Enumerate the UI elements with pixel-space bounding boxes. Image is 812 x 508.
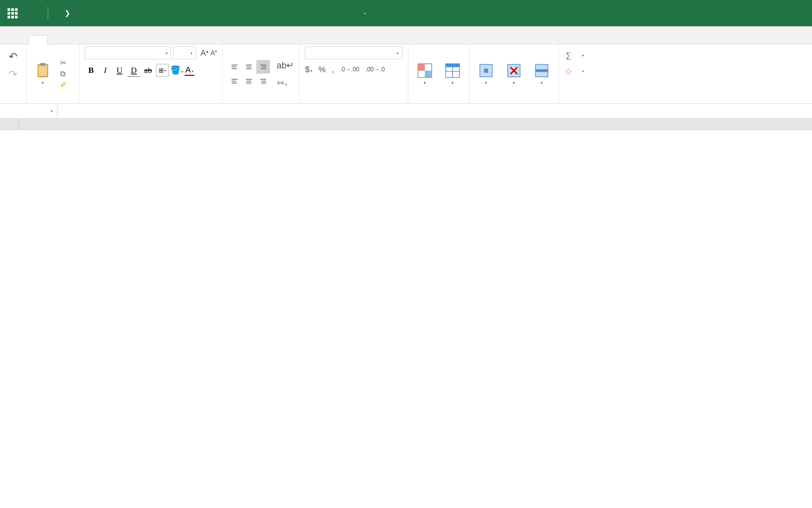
spreadsheet-grid[interactable] (0, 119, 812, 130)
fill-color-button[interactable]: 🪣▾ (170, 65, 183, 75)
copy-icon: ⧉ (60, 70, 68, 78)
merge-button[interactable]: ⇿▾ (277, 77, 294, 88)
name-box[interactable]: ▾ (0, 104, 58, 118)
select-all-corner[interactable] (0, 119, 19, 130)
tab-insert[interactable] (47, 36, 65, 44)
paste-icon (35, 62, 51, 79)
align-top-left[interactable] (228, 60, 241, 74)
group-tables: ▾ ▾ (408, 44, 470, 103)
undo-button[interactable]: ↶ (9, 50, 17, 63)
underline-button[interactable]: U (113, 64, 126, 77)
align-bottom-right[interactable] (256, 74, 270, 88)
svg-rect-15 (536, 69, 548, 72)
paste-button[interactable]: ▾ (32, 61, 54, 87)
tab-home[interactable] (29, 35, 47, 44)
copy-button[interactable]: ⧉ (59, 69, 74, 79)
title-bar: ❯ - (0, 0, 812, 26)
tell-me-search[interactable] (160, 36, 178, 44)
strikethrough-button[interactable]: ab (142, 64, 155, 77)
app-launcher-icon[interactable] (8, 8, 18, 18)
breadcrumb[interactable]: ❯ (59, 9, 76, 17)
insert-cells-button[interactable]: ▾ (475, 61, 497, 87)
document-title-area: - (357, 8, 373, 18)
alignment-grid (228, 60, 270, 88)
tab-view[interactable] (102, 36, 120, 44)
group-label-tables (414, 101, 464, 102)
group-label-alignment (228, 101, 294, 102)
decrease-decimal-button[interactable]: .00→.0 (365, 66, 385, 73)
percent-button[interactable]: % (318, 65, 326, 74)
eraser-icon: ◇ (565, 67, 574, 76)
italic-button[interactable]: I (99, 64, 112, 77)
caret-down-icon: ▾ (191, 51, 192, 55)
format-painter-button[interactable]: ✐ (59, 80, 74, 90)
align-top-center[interactable] (242, 60, 256, 74)
format-as-table-button[interactable]: ▾ (441, 61, 464, 87)
tab-data[interactable] (65, 36, 83, 44)
caret-down-icon: ▾ (166, 51, 168, 55)
group-undo: ↶ ↷ (0, 44, 26, 103)
svg-rect-4 (425, 71, 432, 77)
group-label-number (305, 101, 403, 102)
conditional-formatting-button[interactable]: ▾ (414, 61, 436, 87)
tab-file[interactable] (11, 36, 29, 44)
table-icon (444, 62, 461, 79)
svg-rect-3 (418, 64, 425, 71)
align-top-right[interactable] (256, 60, 270, 74)
comma-button[interactable]: , (332, 65, 334, 74)
cond-fmt-icon (417, 62, 433, 79)
divider (48, 6, 48, 20)
ribbon: ↶ ↷ ▾ ✂ ⧉ ✐ ▾ ▾ A▴ A▾ (0, 44, 812, 104)
font-name-select[interactable]: ▾ (85, 47, 171, 59)
formula-bar: ▾ (0, 104, 812, 119)
caret-down-icon: ▾ (42, 80, 44, 85)
open-in-excel[interactable] (201, 36, 219, 44)
double-underline-button[interactable]: D (127, 64, 140, 77)
increase-decimal-button[interactable]: .0→.00 (340, 66, 359, 73)
group-label-font (85, 101, 217, 102)
scissors-icon: ✂ (60, 58, 68, 67)
tab-help[interactable] (120, 36, 138, 44)
delete-cells-button[interactable]: ▾ (503, 61, 525, 87)
caret-down-icon: ▾ (51, 109, 53, 113)
column-headers (0, 119, 812, 130)
dash: - (364, 8, 366, 18)
svg-rect-1 (40, 63, 46, 66)
svg-rect-0 (38, 65, 48, 77)
align-bottom-left[interactable] (228, 74, 241, 88)
group-cells: ▾ ▾ ▾ (470, 44, 559, 103)
insert-icon (478, 62, 494, 79)
format-cells-button[interactable]: ▾ (530, 61, 553, 87)
font-size-select[interactable]: ▾ (173, 47, 196, 59)
clear-button[interactable]: ◇▾ (564, 66, 585, 76)
group-label-editing (564, 101, 585, 102)
wrap-text-button[interactable]: ab↵ (277, 60, 294, 71)
number-format-select[interactable]: ▾ (305, 47, 403, 59)
ribbon-tabs (0, 26, 812, 44)
group-font: ▾ ▾ A▴ A▾ B I U D ab ⊞▾ 🪣▾ A▾ (79, 44, 223, 103)
sigma-icon: ∑ (565, 51, 574, 60)
tab-review[interactable] (83, 36, 102, 44)
align-bottom-center[interactable] (242, 74, 256, 88)
delete-icon (506, 62, 522, 79)
autosum-button[interactable]: ∑▾ (564, 50, 585, 60)
brush-icon: ✐ (60, 80, 68, 89)
decrease-font-button[interactable]: A▾ (211, 49, 217, 57)
cut-button[interactable]: ✂ (59, 57, 74, 68)
group-editing: ∑▾ ◇▾ (559, 44, 591, 103)
border-button[interactable]: ⊞▾ (156, 64, 169, 77)
group-label-clipboard (32, 101, 74, 102)
group-alignment: ab↵ ⇿▾ (223, 44, 300, 103)
font-color-button[interactable]: A▾ (185, 65, 194, 76)
group-label-undo (5, 101, 21, 102)
increase-font-button[interactable]: A▴ (200, 48, 208, 58)
caret-down-icon: ▾ (397, 51, 398, 55)
redo-button[interactable]: ↷ (9, 68, 17, 80)
currency-button[interactable]: $▾ (305, 65, 312, 74)
svg-rect-10 (484, 69, 488, 73)
group-number: ▾ $▾ % , .0→.00 .00→.0 (300, 44, 408, 103)
bold-button[interactable]: B (85, 64, 97, 77)
chevron-right-icon: ❯ (65, 9, 70, 17)
group-label-cells (475, 101, 553, 102)
group-clipboard: ▾ ✂ ⧉ ✐ (26, 44, 79, 103)
